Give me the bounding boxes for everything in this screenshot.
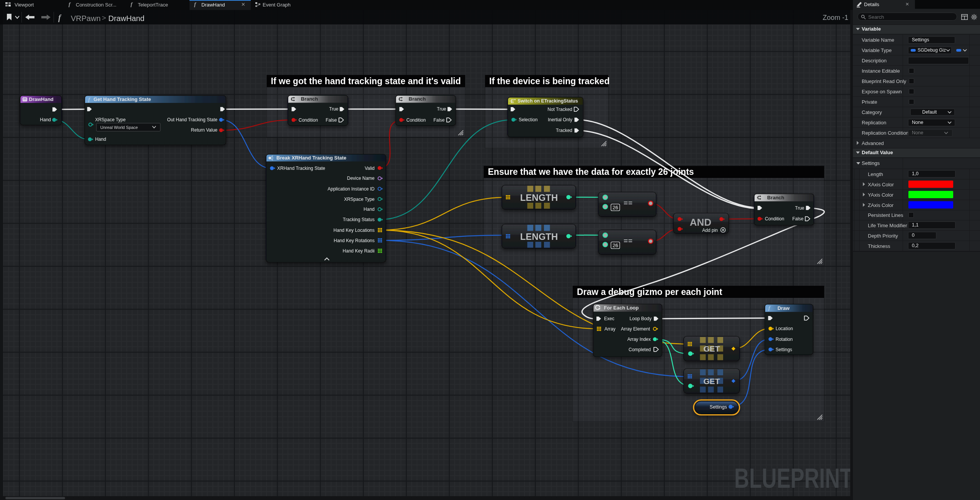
svg-text:GET: GET	[703, 377, 720, 386]
svg-text:Application Instance ID: Application Instance ID	[328, 186, 375, 192]
svg-text:Exec: Exec	[604, 316, 614, 321]
svg-text:False: False	[433, 117, 445, 123]
svg-text:Condition: Condition	[299, 117, 318, 123]
svg-text:GET: GET	[703, 344, 720, 353]
svg-text:Return Value: Return Value	[191, 127, 217, 133]
svg-text:DrawHand: DrawHand	[29, 96, 54, 102]
svg-text:Rotation: Rotation	[776, 337, 793, 342]
svg-text:Settings: Settings	[710, 404, 727, 410]
svg-text:Add pin: Add pin	[702, 228, 718, 233]
svg-text:Draw a debug gizmo per each jo: Draw a debug gizmo per each joint	[577, 287, 722, 297]
svg-text:Tracking Status: Tracking Status	[343, 217, 375, 222]
svg-text:E: E	[511, 98, 514, 104]
svg-text:If we got the hand tracking st: If we got the hand tracking state and it…	[271, 76, 461, 86]
svg-text:Branch: Branch	[301, 96, 318, 102]
svg-text:==: ==	[624, 199, 633, 207]
svg-text:True: True	[795, 205, 805, 211]
svg-text:False: False	[326, 117, 337, 123]
svg-text:Hand Key Rotations: Hand Key Rotations	[334, 238, 375, 243]
svg-text:Settings: Settings	[776, 347, 792, 352]
svg-text:Loop Body: Loop Body	[630, 316, 652, 321]
svg-text:Tracked: Tracked	[556, 128, 572, 133]
svg-text:BLUEPRINT: BLUEPRINT	[734, 463, 853, 494]
svg-text:Array Element: Array Element	[621, 326, 650, 332]
svg-text:26: 26	[612, 243, 618, 248]
svg-text:Location: Location	[776, 326, 793, 331]
svg-text:LENGTH: LENGTH	[520, 231, 558, 242]
svg-text:AND: AND	[690, 217, 711, 228]
svg-text:Condition: Condition	[407, 117, 426, 123]
svg-text:26: 26	[612, 205, 618, 210]
svg-text:For Each Loop: For Each Loop	[604, 305, 639, 311]
svg-text:Get Hand Tracking State: Get Hand Tracking State	[93, 96, 151, 102]
svg-text:Inertial Only: Inertial Only	[548, 117, 572, 122]
svg-text:XRSpace Type: XRSpace Type	[95, 117, 126, 122]
svg-text:XRHand Tracking State: XRHand Tracking State	[277, 166, 325, 171]
svg-text:Hand: Hand	[364, 207, 375, 212]
svg-text:Branch: Branch	[409, 96, 426, 102]
svg-text:Completed: Completed	[629, 347, 651, 352]
svg-text:Array: Array	[604, 326, 616, 332]
svg-text:==: ==	[624, 237, 633, 245]
svg-text:Hand Key Locations: Hand Key Locations	[333, 228, 374, 233]
svg-text:LENGTH: LENGTH	[520, 192, 558, 203]
svg-text:Hand: Hand	[95, 137, 106, 142]
svg-text:Hand: Hand	[40, 117, 51, 122]
svg-text:XRSpace Type: XRSpace Type	[344, 197, 375, 202]
svg-text:Branch: Branch	[767, 195, 784, 200]
svg-text:Out Hand Tracking State: Out Hand Tracking State	[167, 117, 218, 122]
svg-text:Switch on ETrackingStatus: Switch on ETrackingStatus	[518, 98, 578, 104]
svg-text:Selection: Selection	[519, 117, 537, 122]
svg-text:False: False	[792, 216, 804, 221]
svg-text:True: True	[437, 106, 446, 112]
svg-text:Condition: Condition	[765, 216, 784, 221]
svg-text:Not Tracked: Not Tracked	[547, 107, 572, 112]
svg-text:Valid: Valid	[365, 166, 375, 171]
svg-text:Draw: Draw	[777, 305, 790, 311]
svg-text:Break XRHand Tracking State: Break XRHand Tracking State	[276, 155, 346, 161]
svg-text:If the device is being tracked: If the device is being tracked	[489, 76, 609, 86]
svg-text:Ensure that we have the data f: Ensure that we have the data for exactly…	[488, 167, 694, 177]
svg-text:True: True	[329, 106, 339, 112]
svg-text:Array Index: Array Index	[627, 337, 651, 342]
svg-text:Unreal World Space: Unreal World Space	[100, 125, 138, 130]
svg-text:Hand Key Radii: Hand Key Radii	[343, 248, 374, 254]
svg-text:Device Name: Device Name	[347, 176, 374, 181]
